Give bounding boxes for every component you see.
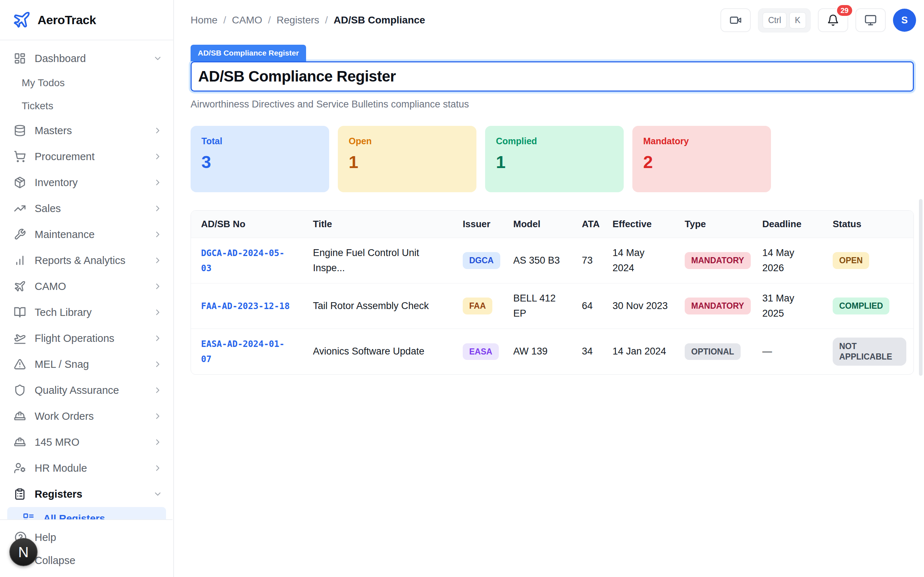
topbar-actions: Ctrl K 29 S — [720, 8, 916, 32]
table-row[interactable]: EASA-AD-2024-01-07Avionics Software Upda… — [191, 329, 914, 374]
table-row[interactable]: FAA-AD-2023-12-18Tail Rotor Assembly Che… — [191, 284, 914, 329]
command-palette-shortcut[interactable]: Ctrl K — [758, 8, 811, 32]
sidebar-item-dashboard[interactable]: Dashboard — [0, 45, 173, 71]
sidebar-item-masters[interactable]: Masters — [0, 118, 173, 143]
notifications-button[interactable]: 29 — [818, 8, 848, 32]
cell-adsb-no: DGCA-AD-2024-05-03 — [191, 239, 303, 283]
sidebar-item-work-orders[interactable]: Work Orders — [0, 403, 173, 429]
cell-deadline: — — [752, 337, 822, 366]
type-badge: MANDATORY — [685, 298, 751, 314]
cell-ata: 73 — [572, 246, 603, 276]
page-title-box[interactable]: AD/SB Compliance Register — [191, 61, 914, 92]
stat-value: 3 — [201, 152, 318, 172]
column-header-title: Title — [303, 211, 452, 238]
table-row[interactable]: DGCA-AD-2024-05-03Engine Fuel Control Un… — [191, 238, 914, 284]
cell-effective: 14 Jan 2024 — [603, 337, 675, 366]
chevron-right-icon — [153, 282, 162, 291]
chevron-down-icon — [153, 489, 162, 499]
sidebar-item-tech-library[interactable]: Tech Library — [0, 299, 173, 325]
sidebar-item-145-mro[interactable]: 145 MRO — [0, 429, 173, 455]
sidebar-item-tickets[interactable]: Tickets — [0, 95, 173, 118]
book-open-icon — [14, 306, 26, 318]
column-header-deadline: Deadline — [752, 211, 822, 238]
compliance-table: AD/SB NoTitleIssuerModelATAEffectiveType… — [191, 210, 914, 375]
table-header-row: AD/SB NoTitleIssuerModelATAEffectiveType… — [191, 211, 914, 238]
column-header-issuer: Issuer — [452, 211, 503, 238]
sidebar-footer-label: Help — [35, 532, 56, 543]
breadcrumb-home[interactable]: Home — [191, 15, 218, 26]
sidebar-item-my-todos[interactable]: My Todos — [0, 71, 173, 95]
user-avatar[interactable]: S — [893, 9, 916, 32]
app-logo: AeroTrack — [0, 0, 173, 40]
cell-type: OPTIONAL — [675, 336, 752, 367]
clipboard-list-icon — [14, 488, 26, 500]
user-cog-icon — [14, 462, 26, 474]
sidebar-item-label: Registers — [35, 488, 82, 500]
chevron-right-icon — [153, 437, 162, 447]
chevron-right-icon — [153, 152, 162, 161]
aerotrack-plane-icon — [12, 10, 31, 29]
column-header-ata: ATA — [572, 211, 603, 238]
cell-status: OPEN — [822, 245, 914, 276]
plane-icon — [14, 280, 26, 292]
sidebar-item-inventory[interactable]: Inventory — [0, 169, 173, 195]
monitor-icon — [864, 14, 877, 26]
nextjs-dev-badge[interactable]: N — [10, 538, 37, 566]
breadcrumb-registers[interactable]: Registers — [276, 15, 319, 26]
scrollbar-thumb[interactable] — [919, 199, 922, 376]
cell-type: MANDATORY — [675, 290, 752, 322]
cell-title: Avionics Software Update — [303, 337, 452, 366]
breadcrumb-camo[interactable]: CAMO — [232, 15, 262, 26]
trending-up-icon — [14, 202, 26, 214]
chevron-right-icon — [153, 230, 162, 239]
k-key: K — [789, 12, 806, 29]
sidebar-item-flight-operations[interactable]: Flight Operations — [0, 325, 173, 351]
sidebar-item-reports-analytics[interactable]: Reports & Analytics — [0, 247, 173, 273]
status-badge: OPEN — [833, 252, 869, 269]
sidebar-item-label: CAMO — [35, 280, 66, 292]
cell-model: BELL 412 EP — [503, 284, 572, 329]
stat-value: 1 — [496, 152, 613, 172]
stat-cards: Total3Open1Complied1Mandatory2 — [191, 126, 914, 192]
cell-status: COMPLIED — [822, 290, 914, 322]
cell-title: Tail Rotor Assembly Check — [303, 292, 452, 321]
type-badge: OPTIONAL — [685, 343, 741, 360]
sidebar-item-procurement[interactable]: Procurement — [0, 143, 173, 169]
status-badge: NOT APPLICABLE — [833, 338, 906, 366]
stat-card-total[interactable]: Total3 — [191, 126, 329, 192]
status-badge: COMPLIED — [833, 298, 889, 314]
sidebar-item-hr-module[interactable]: HR Module — [0, 455, 173, 481]
cell-effective: 30 Nov 2023 — [603, 292, 675, 321]
sidebar-item-label: Maintenance — [35, 229, 95, 240]
chevron-right-icon — [153, 411, 162, 421]
sidebar-item-registers[interactable]: Registers — [0, 481, 173, 507]
breadcrumb-ad-sb-compliance: AD/SB Compliance — [333, 15, 425, 26]
stat-card-complied[interactable]: Complied1 — [485, 126, 624, 192]
cell-deadline: 14 May 2026 — [752, 239, 822, 283]
app-name: AeroTrack — [37, 13, 96, 27]
chevron-right-icon — [153, 256, 162, 265]
display-button[interactable] — [855, 8, 886, 32]
sidebar-item-label: Tech Library — [35, 306, 92, 318]
breadcrumb-separator: / — [268, 15, 271, 26]
sidebar-item-label: Inventory — [35, 177, 78, 189]
adsb-no-link[interactable]: DGCA-AD-2024-05-03 — [201, 248, 284, 273]
sidebar-item-quality-assurance[interactable]: Quality Assurance — [0, 377, 173, 403]
video-button[interactable] — [720, 8, 751, 32]
sidebar-item-maintenance[interactable]: Maintenance — [0, 221, 173, 247]
adsb-no-link[interactable]: EASA-AD-2024-01-07 — [201, 339, 284, 364]
sidebar-item-camo[interactable]: CAMO — [0, 273, 173, 299]
column-header-type: Type — [675, 211, 752, 238]
table-body: DGCA-AD-2024-05-03Engine Fuel Control Un… — [191, 238, 914, 374]
notification-count-badge: 29 — [836, 4, 853, 17]
sidebar-item-mel-snag[interactable]: MEL / Snag — [0, 351, 173, 377]
page-subtitle: Airworthiness Directives and Service Bul… — [191, 99, 914, 110]
sidebar-item-sales[interactable]: Sales — [0, 195, 173, 221]
stat-card-open[interactable]: Open1 — [338, 126, 477, 192]
adsb-no-link[interactable]: FAA-AD-2023-12-18 — [201, 301, 290, 311]
main-area: Home/CAMO/Registers/AD/SB Compliance Ctr… — [174, 0, 924, 577]
sidebar-item-label: Procurement — [35, 151, 95, 163]
stat-card-mandatory[interactable]: Mandatory2 — [632, 126, 771, 192]
chevron-right-icon — [153, 334, 162, 343]
ctrl-key: Ctrl — [762, 12, 787, 29]
